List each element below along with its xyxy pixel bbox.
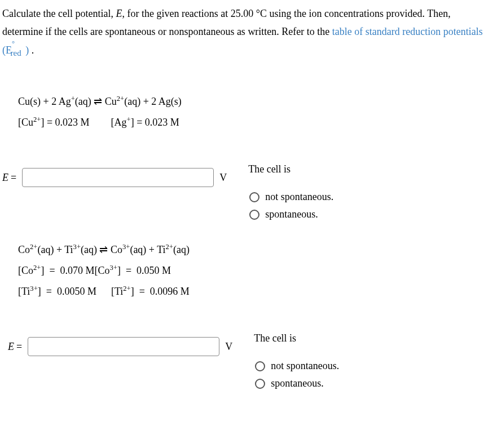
q2-cell-is: The cell is <box>254 332 339 344</box>
q1-concentrations: [Cu2+] = 0.023 M[Ag+] = 0.023 M <box>18 116 491 128</box>
radio-icon <box>249 210 259 220</box>
intro-text-3: . <box>29 45 34 56</box>
intro-E: E <box>116 8 122 19</box>
q2-radio-not-spontaneous[interactable]: not spontaneous. <box>255 360 339 372</box>
q1-equals: = <box>11 172 16 184</box>
q1-cell-is: The cell is <box>248 163 333 175</box>
q1-conc-ag: [Ag+] = 0.023 M <box>111 117 179 128</box>
q1-E-input[interactable] <box>22 168 214 187</box>
intro-text-1: Calculate the cell potential, <box>2 8 116 19</box>
q2-conc-ti3: [Ti3+] = 0.0050 M <box>18 286 96 297</box>
q2-concentrations-row1: [Co2+] = 0.070 M[Co3+] = 0.050 M <box>18 264 491 277</box>
radio-icon <box>255 361 265 371</box>
q2-unit: V <box>225 341 232 353</box>
q1-unit: V <box>219 172 227 184</box>
question-intro: Calculate the cell potential, E, for the… <box>2 5 491 61</box>
q1-equation-block: Cu(s) + 2 Ag+(aq) ⇌ Cu2+(aq) + 2 Ag(s) [… <box>18 95 491 128</box>
q1-opt2-label: spontaneous. <box>265 209 318 220</box>
q1-answer-row: E = V The cell is not spontaneous. spont… <box>2 168 491 226</box>
q2-E-label: E <box>8 341 14 353</box>
q1-radio-spontaneous[interactable]: spontaneous. <box>249 209 333 220</box>
radio-icon <box>255 379 265 389</box>
q2-answer-row: E = V The cell is not spontaneous. spont… <box>2 337 491 395</box>
q2-radio-spontaneous[interactable]: spontaneous. <box>255 378 339 389</box>
q2-E-input[interactable] <box>28 337 219 356</box>
q2-equation-block: Co2+(aq) + Ti3+(aq) ⇌ Co3+(aq) + Ti2+(aq… <box>18 243 491 298</box>
q2-conc-ti2: [Ti2+] = 0.0096 M <box>111 286 190 297</box>
q2-conc-co2: [Co2+] = 0.070 M <box>18 265 95 276</box>
q1-E-label: E <box>2 172 8 184</box>
q1-opt1-label: not spontaneous. <box>265 191 333 203</box>
q1-radio-not-spontaneous[interactable]: not spontaneous. <box>249 191 333 203</box>
q2-opt1-label: not spontaneous. <box>271 360 339 372</box>
q2-opt2-label: spontaneous. <box>271 378 324 389</box>
q2-equals: = <box>16 341 22 353</box>
radio-icon <box>249 192 259 202</box>
q1-conc-cu: [Cu2+] = 0.023 M <box>18 117 90 128</box>
q1-equation: Cu(s) + 2 Ag+(aq) ⇌ Cu2+(aq) + 2 Ag(s) <box>18 95 491 108</box>
q2-conc-co3: [Co3+] = 0.050 M <box>95 265 171 276</box>
q2-equation: Co2+(aq) + Ti3+(aq) ⇌ Co3+(aq) + Ti2+(aq… <box>18 243 491 256</box>
q2-concentrations-row2: [Ti3+] = 0.0050 M[Ti2+] = 0.0096 M <box>18 285 491 298</box>
